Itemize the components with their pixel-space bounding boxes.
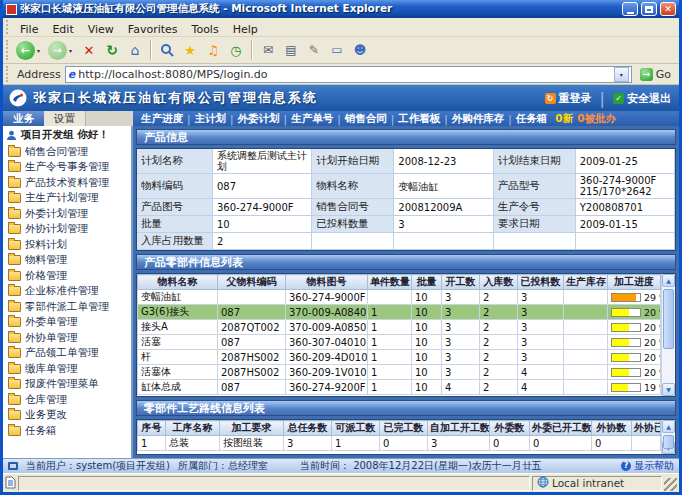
sidebar-item-报废件管理菜单[interactable]: 报废件管理菜单 — [8, 377, 131, 393]
minimize-button[interactable] — [622, 2, 638, 16]
home-icon[interactable]: ⌂ — [124, 39, 146, 62]
nav-item-主计划[interactable]: 主计划 — [191, 112, 231, 126]
forward-dropdown-icon[interactable]: ▾ — [69, 47, 77, 54]
parts-row[interactable]: 缸体总成087360-274-9200F11042419 % — [138, 380, 661, 395]
media-icon[interactable]: ♫ — [202, 39, 224, 62]
print-icon[interactable]: ▤ — [280, 39, 302, 62]
history-icon[interactable]: ◷ — [225, 39, 247, 62]
scroll-thumb[interactable] — [663, 289, 674, 349]
sidebar-item-仓库管理[interactable]: 仓库管理 — [8, 392, 131, 408]
sidebar-item-主生产计划管理[interactable]: 主生产计划管理 — [8, 191, 131, 207]
parts-row-cell: 活塞 — [138, 335, 218, 350]
sidebar-item-价格管理[interactable]: 价格管理 — [8, 268, 131, 284]
scroll-thumb[interactable] — [663, 435, 674, 449]
menu-favorites[interactable]: Favorites — [121, 23, 185, 36]
sidebar-item-生产令号事务管理[interactable]: 生产令号事务管理 — [8, 160, 131, 176]
relogin-button[interactable]: ↻ 重登录 — [545, 91, 592, 106]
sidebar-item-外委计划管理[interactable]: 外委计划管理 — [8, 206, 131, 222]
parts-row-cell: 3 — [442, 350, 480, 365]
resize-grip[interactable] — [664, 478, 677, 491]
parts-scrollbar[interactable]: ▲▼ — [661, 274, 675, 396]
progress-cell: 20 % — [608, 305, 661, 320]
info-field-value: 3 — [394, 216, 493, 233]
sidebar-tree: 销售合同管理生产令号事务管理产品技术资料管理主生产计划管理外委计划管理外协计划管… — [3, 144, 131, 458]
sidebar-item-物料管理[interactable]: 物料管理 — [8, 253, 131, 269]
nav-item-任务箱[interactable]: 任务箱 — [512, 112, 552, 126]
menu-grip[interactable] — [6, 20, 9, 34]
scroll-down-icon[interactable]: ▼ — [662, 383, 675, 396]
progress-fill — [612, 339, 629, 346]
parts-row[interactable]: 变幅油缸360-274-9000F1032329 % — [138, 290, 661, 305]
back-dropdown-icon[interactable]: ▾ — [37, 47, 45, 54]
route-table-wrap: 序号工序名称加工要求总任务数可派工数已完工数自加工开工数外委数外委已开工数外协数… — [136, 419, 676, 455]
parts-row[interactable]: G3(6)接头087370-009-A084011032320 % — [138, 305, 661, 320]
menu-tools[interactable]: Tools — [185, 23, 226, 36]
sidebar-item-零部件派工单管理[interactable]: 零部件派工单管理 — [8, 299, 131, 315]
relogin-icon: ↻ — [545, 93, 556, 104]
sidebar-item-外协计划管理[interactable]: 外协计划管理 — [8, 222, 131, 238]
tab-业务[interactable]: 业务 — [3, 111, 44, 126]
sidebar-item-外委单管理[interactable]: 外委单管理 — [8, 315, 131, 331]
messenger-icon[interactable]: ☻ — [349, 39, 371, 62]
logout-button[interactable]: ✓ 安全退出 — [613, 91, 671, 106]
sidebar-item-销售合同管理[interactable]: 销售合同管理 — [8, 144, 131, 160]
toolbar-grip[interactable] — [6, 40, 9, 61]
addressbar-grip[interactable] — [6, 66, 9, 82]
back-icon[interactable]: ← — [14, 39, 36, 62]
sidebar-item-外协单管理[interactable]: 外协单管理 — [8, 330, 131, 346]
sidebar-item-投料计划[interactable]: 投料计划 — [8, 237, 131, 253]
column-header: 序号 — [138, 421, 166, 436]
scroll-up-icon[interactable]: ▲ — [662, 274, 675, 287]
nav-item-外购件库存[interactable]: 外购件库存 — [448, 112, 509, 126]
parts-row[interactable]: 活塞087360-307-0401011032320 % — [138, 335, 661, 350]
nav-item-外委计划[interactable]: 外委计划 — [234, 112, 284, 126]
parts-row[interactable]: 接头A2087QT002370-009-A085011032320 % — [138, 320, 661, 335]
sidebar-item-产品技术资料管理[interactable]: 产品技术资料管理 — [8, 175, 131, 191]
sidebar-item-业务更改[interactable]: 业务更改 — [8, 408, 131, 424]
sidebar-item-企业标准件管理[interactable]: 企业标准件管理 — [8, 284, 131, 300]
nav-item-工作看板[interactable]: 工作看板 — [394, 112, 444, 126]
tab-设置[interactable]: 设置 — [44, 111, 86, 126]
parts-row-cell: 3 — [518, 320, 564, 335]
edit-icon[interactable]: ✎ — [303, 39, 325, 62]
route-list-header: 零部件工艺路线信息列表 — [136, 400, 676, 416]
info-field-value: 10 — [213, 216, 312, 233]
search-icon[interactable] — [156, 39, 178, 62]
address-input[interactable]: e http://localhost:8080/MPS/login.do ▾ — [65, 66, 632, 83]
sidebar-item-缴库单管理[interactable]: 缴库单管理 — [8, 361, 131, 377]
info-field-value: 360-274-9000F 215/170*2642 — [576, 174, 675, 199]
scroll-track[interactable] — [662, 433, 675, 441]
parts-row[interactable]: 活塞体2087HS002360-209-1V01011032420 % — [138, 365, 661, 380]
menu-file[interactable]: File — [13, 23, 45, 36]
favorites-icon[interactable]: ★ — [179, 39, 201, 62]
route-scrollbar[interactable]: ▲▼ — [661, 420, 675, 454]
mail-icon[interactable]: ✉ — [257, 39, 279, 62]
parts-row[interactable]: 杆2087HS002360-209-4D01011032320 % — [138, 350, 661, 365]
address-dropdown-icon[interactable]: ▾ — [614, 67, 629, 82]
stop-icon[interactable]: ✕ — [78, 39, 100, 62]
scroll-up-icon[interactable]: ▲ — [662, 420, 675, 433]
close-button[interactable]: ✕ — [660, 2, 676, 16]
maximize-button[interactable] — [641, 2, 657, 16]
ie-status-bar: Local intranet — [3, 473, 679, 492]
route-row[interactable]: 1总装按图组装3103000 — [138, 436, 661, 451]
info-field-label: 批量 — [137, 216, 213, 233]
discuss-icon[interactable]: ▭ — [326, 39, 348, 62]
sidebar-item-label: 产品领工单管理 — [25, 346, 99, 360]
forward-icon[interactable]: → — [46, 39, 68, 62]
refresh-icon[interactable]: ↻ — [101, 39, 123, 62]
go-label: Go — [656, 68, 671, 81]
parts-row-cell — [218, 290, 286, 305]
scroll-track[interactable] — [662, 287, 675, 383]
nav-item-生产单号[interactable]: 生产单号 — [287, 112, 337, 126]
menu-edit[interactable]: Edit — [45, 23, 80, 36]
menu-help[interactable]: Help — [226, 23, 265, 36]
nav-item-生产进度[interactable]: 生产进度 — [137, 112, 187, 126]
menu-view[interactable]: View — [81, 23, 121, 36]
nav-item-销售合同[interactable]: 销售合同 — [341, 112, 391, 126]
go-button[interactable]: → Go — [636, 68, 675, 81]
sidebar-item-任务箱[interactable]: 任务箱 — [8, 423, 131, 439]
sidebar-item-产品领工单管理[interactable]: 产品领工单管理 — [8, 346, 131, 362]
parts-row-cell: 2 — [480, 305, 518, 320]
show-help-link[interactable]: ? 显示帮助 — [621, 459, 674, 473]
